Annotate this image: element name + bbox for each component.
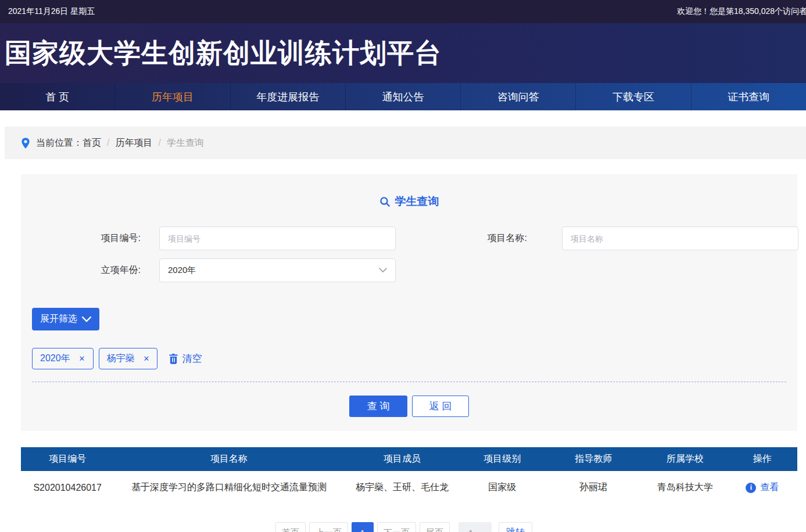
results-table: 项目编号 项目名称 项目成员 项目级别 指导教师 所属学校 操作 S202010… <box>21 447 797 504</box>
view-link[interactable]: i 查看 <box>746 481 779 494</box>
nav-item-home[interactable]: 首 页 <box>0 83 114 110</box>
main-nav: 首 页 历年项目 年度进展报告 通知公告 咨询问答 下载专区 证书查询 <box>0 83 806 110</box>
project-code-input[interactable] <box>159 227 396 250</box>
breadcrumb: 当前位置： 首页 / 历年项目 / 学生查询 <box>5 127 806 159</box>
project-code-field: 项目编号: <box>65 227 396 250</box>
page-number-current[interactable]: 1 <box>352 522 374 532</box>
page-prev-button[interactable]: 上一页 <box>309 522 348 532</box>
nav-item-past-projects[interactable]: 历年项目 <box>114 83 230 110</box>
breadcrumb-separator: / <box>158 138 160 148</box>
year-field: 立项年份: 2020年 <box>65 258 396 282</box>
nav-item-certificate-lookup[interactable]: 证书查询 <box>691 83 806 110</box>
col-header-school: 所属学校 <box>643 453 728 465</box>
nav-item-downloads[interactable]: 下载专区 <box>575 83 690 110</box>
cell-teacher: 孙丽珺 <box>544 481 643 494</box>
clear-filters-button[interactable]: 清空 <box>169 352 202 365</box>
form-actions: 查 询 返 回 <box>21 396 797 417</box>
nav-item-notices[interactable]: 通知公告 <box>345 83 460 110</box>
breadcrumb-past-projects[interactable]: 历年项目 <box>115 137 152 149</box>
active-filter-tags: 2020年 ✕ 杨宇燊 ✕ 清空 <box>32 348 797 369</box>
chevron-down-icon <box>82 317 91 322</box>
site-title: 国家级大学生创新创业训练计划平台 <box>0 35 442 71</box>
panel-title-text: 学生查询 <box>395 194 439 209</box>
filter-tag-label: 2020年 <box>40 353 70 365</box>
breadcrumb-home[interactable]: 首页 <box>83 137 101 149</box>
breadcrumb-separator: / <box>107 138 109 148</box>
filter-tag-year: 2020年 ✕ <box>32 348 94 369</box>
year-label: 立项年份: <box>65 264 141 276</box>
form-row-2: 立项年份: 2020年 <box>21 258 797 282</box>
remove-tag-icon[interactable]: ✕ <box>144 354 150 363</box>
info-icon: i <box>746 483 756 493</box>
col-header-project-name: 项目名称 <box>114 453 343 465</box>
location-pin-icon <box>21 137 30 149</box>
project-name-input[interactable] <box>562 227 798 250</box>
page-last-button[interactable]: 尾页 <box>420 522 450 532</box>
view-link-label: 查看 <box>760 481 779 494</box>
remove-tag-icon[interactable]: ✕ <box>79 354 85 363</box>
site-banner: 国家级大学生创新创业训练计划平台 <box>0 23 806 83</box>
top-info-bar: 2021年11月26日 星期五 欢迎您！您是第18,350,028个访问者 <box>0 0 806 23</box>
cell-members: 杨宇燊、王研、毛仕龙 <box>344 481 460 494</box>
cell-level: 国家级 <box>460 481 544 494</box>
form-row-1: 项目编号: 项目名称: <box>21 227 797 250</box>
cell-project-name: 基于深度学习的多路口精细化短时交通流量预测 <box>114 481 343 494</box>
breadcrumb-student-search: 学生查询 <box>167 137 204 149</box>
project-name-label: 项目名称: <box>472 232 527 245</box>
col-header-project-code: 项目编号 <box>21 453 114 465</box>
page-next-button[interactable]: 下一页 <box>377 522 416 532</box>
project-name-field: 项目名称: <box>472 227 798 250</box>
year-select-value: 2020年 <box>168 265 196 276</box>
filter-tag-label: 杨宇燊 <box>107 353 135 365</box>
clear-filters-label: 清空 <box>182 352 202 365</box>
expand-filter-button[interactable]: 展开筛选 <box>32 308 99 330</box>
search-button[interactable]: 查 询 <box>349 396 407 417</box>
back-button[interactable]: 返 回 <box>412 396 469 417</box>
chevron-down-icon <box>379 268 387 273</box>
col-header-members: 项目成员 <box>344 453 460 465</box>
col-header-teacher: 指导教师 <box>544 453 643 465</box>
table-header-row: 项目编号 项目名称 项目成员 项目级别 指导教师 所属学校 操作 <box>21 447 797 471</box>
nav-item-annual-reports[interactable]: 年度进展报告 <box>230 83 345 110</box>
year-select[interactable]: 2020年 <box>159 258 396 282</box>
page-jump-input[interactable] <box>458 522 492 532</box>
cell-project-code: S202010426017 <box>21 483 114 493</box>
col-header-actions: 操作 <box>728 453 797 465</box>
breadcrumb-prefix: 当前位置： <box>36 137 83 149</box>
visitor-counter: 欢迎您！您是第18,350,028个访问者 <box>677 6 806 17</box>
pagination: 首页 上一页 1 下一页 尾页 跳转 <box>0 522 806 532</box>
dashed-divider <box>32 382 786 382</box>
cell-school: 青岛科技大学 <box>643 481 728 494</box>
table-row: S202010426017 基于深度学习的多路口精细化短时交通流量预测 杨宇燊、… <box>21 471 797 504</box>
col-header-level: 项目级别 <box>460 453 544 465</box>
search-icon <box>379 196 391 207</box>
current-date: 2021年11月26日 星期五 <box>8 6 95 17</box>
student-search-panel: 学生查询 项目编号: 项目名称: 立项年份: 2020年 展开筛选 2020年 … <box>21 174 797 431</box>
nav-item-qa[interactable]: 咨询问答 <box>460 83 575 110</box>
trash-icon <box>169 353 178 364</box>
panel-title: 学生查询 <box>21 194 797 209</box>
expand-filter-label: 展开筛选 <box>40 313 77 325</box>
cell-actions: i 查看 <box>728 481 797 494</box>
page-first-button[interactable]: 首页 <box>275 522 306 532</box>
project-code-label: 项目编号: <box>65 232 141 245</box>
filter-tag-student: 杨宇燊 ✕ <box>99 348 158 369</box>
page-jump-button[interactable]: 跳转 <box>499 522 532 532</box>
